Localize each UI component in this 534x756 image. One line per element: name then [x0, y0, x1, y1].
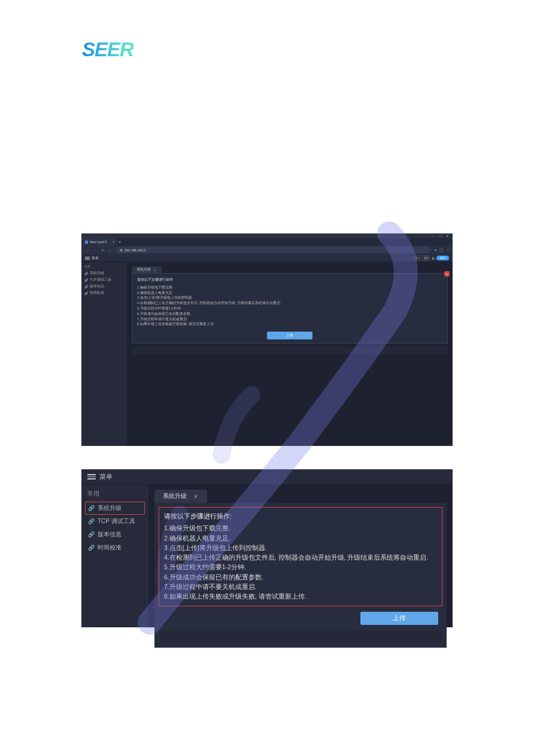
instructions-header: 请按以下步骤进行操作:	[137, 277, 442, 283]
screenshot-full-window: ─ ▢ ✕ Seer Level 3 × + ← → ↻ ⌂ ⊕ 192.168…	[81, 233, 453, 446]
instruction-step: 2.确保机器人电量充足.	[164, 533, 437, 543]
address-bar[interactable]: ⊕ 192.168.192.5	[116, 247, 431, 253]
sidebar-item-system-upgrade[interactable]: 🔗系统升级	[84, 270, 124, 277]
upload-button[interactable]: 上传	[360, 612, 438, 625]
link-icon: 🔗	[88, 532, 95, 538]
sidebar-item-label: TCP 调试工具	[90, 278, 111, 282]
window-maximize-button[interactable]: ▢	[437, 234, 443, 238]
hamburger-icon	[85, 256, 90, 260]
content-area: 系统升级 × 请按以下步骤进行操作: 1.确保升级包下载完整. 2.确保机器人电…	[148, 485, 453, 627]
forward-button[interactable]: →	[92, 248, 99, 252]
src-badge[interactable]: SRC	[436, 256, 449, 260]
upload-button[interactable]: 上传	[267, 332, 312, 339]
sidebar-item-label: 时间校准	[90, 291, 104, 295]
inner-tabstrip: 系统升级 ×	[132, 266, 448, 273]
tab-system-upgrade[interactable]: 系统升级 ×	[154, 490, 207, 503]
refresh-button[interactable]: ↻	[99, 248, 106, 252]
sidebar-item-tcp-debug[interactable]: 🔗TCP 调试工具	[84, 277, 124, 283]
content-footer-strip	[132, 347, 448, 354]
settings-icon[interactable]: ⚙	[432, 256, 435, 260]
profile-icon[interactable]: ◯	[439, 248, 444, 252]
upgrade-instructions-panel: 请按以下步骤进行操作: 1.确保升级包下载完整. 2.确保机器人电量充足. 3.…	[159, 508, 442, 606]
back-button[interactable]: ←	[84, 248, 92, 252]
window-close-button[interactable]: ✕	[444, 234, 450, 238]
tab-close-icon[interactable]: ×	[154, 268, 156, 272]
sidebar-section-label: 常用	[84, 265, 124, 268]
inner-tabstrip: 系统升级 ×	[154, 490, 447, 503]
link-icon: 🔗	[84, 272, 88, 275]
upgrade-instructions-panel: 请按以下步骤进行操作: 1.确保升级包下载完整. 2.确保机器人电量充足. 3.…	[132, 273, 448, 344]
instruction-step: 5.升级过程大约需要1-2分钟.	[137, 306, 442, 311]
sidebar-item-label: 时间校准	[98, 544, 122, 552]
browser-menu-icon[interactable]: ⋯	[446, 248, 450, 252]
sidebar-item-tcp-debug[interactable]: 🔗TCP 调试工具	[85, 515, 145, 528]
seer-logo: SEER	[82, 38, 134, 61]
menu-toggle[interactable]: 菜单	[85, 256, 99, 261]
instruction-step: 6.升级成功会保留已有的配置参数.	[164, 572, 437, 582]
link-icon: 🔗	[84, 278, 88, 282]
window-minimize-button[interactable]: ─	[430, 234, 436, 238]
instructions-list: 1.确保升级包下载完整. 2.确保机器人电量充足. 3.点击[上传]将升级包上传…	[137, 285, 442, 327]
instruction-step: 1.确保升级包下载完整.	[164, 523, 437, 533]
panel-close-button[interactable]: ×	[444, 271, 450, 277]
window-titlebar: ─ ▢ ✕	[81, 233, 453, 238]
home-button[interactable]: ⌂	[106, 248, 113, 252]
new-tab-button[interactable]: +	[117, 240, 122, 244]
link-icon: 🔗	[84, 285, 88, 289]
globe-icon: ⊕	[120, 248, 123, 252]
instruction-step: 3.点击[上传]将升级包上传到控制器.	[137, 295, 442, 300]
sidebar-item-label: 版本信息	[98, 530, 122, 539]
content-area: 系统升级 × 请按以下步骤进行操作: 1.确保升级包下载完整. 2.确保机器人电…	[127, 262, 453, 446]
browser-tab-strip: Seer Level 3 × +	[81, 238, 453, 245]
instruction-step: 2.确保机器人电量充足.	[137, 290, 442, 296]
sidebar-section-label: 常用	[85, 490, 145, 498]
sidebar-item-version-info[interactable]: 🔗版本信息	[84, 283, 124, 290]
bookmark-star-icon[interactable]: ★	[434, 248, 437, 252]
instructions-list: 1.确保升级包下载完整. 2.确保机器人电量充足. 3.点击[上传]将升级包上传…	[164, 523, 437, 601]
sidebar-item-version-info[interactable]: 🔗版本信息	[85, 528, 145, 541]
instruction-step: 8.如果出现上传失败或升级失败, 请尝试重新上传.	[164, 591, 437, 601]
tab-favicon	[85, 241, 88, 244]
instruction-step: 3.点击[上传]将升级包上传到控制器.	[164, 543, 437, 552]
sidebar-item-time-calibrate[interactable]: 🔗时间校准	[84, 290, 124, 296]
link-icon: 🔗	[88, 545, 95, 551]
app-topbar: 菜单 中 EN ⚙ SRC	[81, 254, 453, 262]
content-footer-strip	[159, 631, 442, 642]
instruction-step: 4.在检测到已上传正确的升级包文件后, 控制器会自动开始升级, 升级结束后系统将…	[137, 300, 442, 306]
screenshot-zoomed-panel: 菜单 常用 🔗系统升级 🔗TCP 调试工具 🔗版本信息 🔗时间校准 系统升级 ×	[81, 469, 453, 627]
tab-label: 系统升级	[136, 268, 151, 272]
tab-title: Seer Level 3	[90, 240, 107, 244]
sidebar-item-label: 版本信息	[90, 284, 104, 289]
browser-tab[interactable]: Seer Level 3 ×	[81, 238, 117, 245]
menu-label: 菜单	[99, 472, 113, 481]
link-icon: 🔗	[88, 505, 95, 511]
tab-system-upgrade[interactable]: 系统升级 ×	[132, 266, 162, 273]
menu-label: 菜单	[92, 256, 99, 261]
sidebar-item-time-calibrate[interactable]: 🔗时间校准	[85, 541, 145, 554]
instruction-step: 1.确保升级包下载完整.	[137, 285, 442, 290]
instructions-header: 请按以下步骤进行操作:	[164, 511, 437, 521]
lang-en[interactable]: EN	[422, 256, 430, 260]
instruction-step: 8.如果出现上传失败或升级失败, 请尝试重新上传.	[137, 321, 442, 327]
link-icon: 🔗	[84, 292, 88, 295]
url-text: 192.168.192.5	[125, 248, 145, 252]
sidebar-item-label: 系统升级	[90, 271, 104, 275]
tab-close-icon[interactable]: ×	[113, 240, 114, 244]
sidebar: 常用 🔗系统升级 🔗TCP 调试工具 🔗版本信息 🔗时间校准	[81, 262, 127, 446]
sidebar-item-label: TCP 调试工具	[98, 517, 135, 526]
lang-zh[interactable]: 中	[414, 256, 420, 260]
sidebar-item-system-upgrade[interactable]: 🔗系统升级	[85, 502, 145, 515]
instruction-step: 7.升级过程中请不要关机或重启.	[164, 582, 437, 591]
tab-label: 系统升级	[163, 492, 187, 500]
sidebar-item-label: 系统升级	[98, 504, 122, 512]
sidebar: 常用 🔗系统升级 🔗TCP 调试工具 🔗版本信息 🔗时间校准	[81, 485, 148, 627]
instruction-step: 4.在检测到已上传正确的升级包文件后, 控制器会自动开始升级, 升级结束后系统将…	[164, 552, 437, 562]
browser-toolbar: ← → ↻ ⌂ ⊕ 192.168.192.5 ★ ◯ ⋯	[81, 245, 453, 254]
instruction-step: 5.升级过程大约需要1-2分钟.	[164, 562, 437, 572]
app-topbar: 菜单	[81, 469, 453, 485]
menu-toggle[interactable]: 菜单	[87, 472, 113, 481]
tab-close-icon[interactable]: ×	[194, 493, 198, 500]
instruction-step: 6.升级成功会保留已有的配置参数.	[137, 311, 442, 317]
instruction-step: 7.升级过程中请不要关机或重启.	[137, 317, 442, 322]
link-icon: 🔗	[88, 518, 95, 524]
